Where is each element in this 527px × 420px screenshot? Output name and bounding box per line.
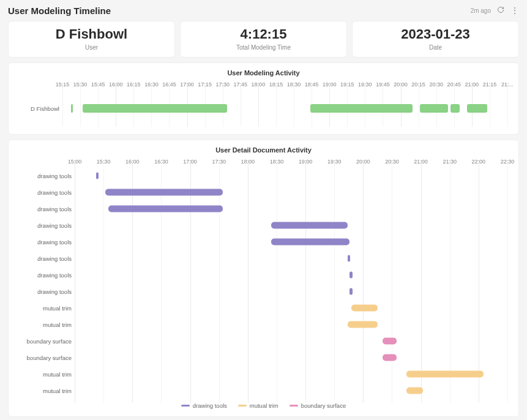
tick-label: 20:45 xyxy=(447,81,461,88)
card-time-value: 4:12:15 xyxy=(181,26,346,42)
detail-bar[interactable] xyxy=(271,222,348,228)
detail-bar[interactable] xyxy=(383,337,397,344)
detail-row-label: mutual trim xyxy=(20,370,72,377)
tick-label: 15:30 xyxy=(73,81,88,88)
detail-bar[interactable] xyxy=(348,255,350,261)
tick-label: 19:00 xyxy=(323,81,337,88)
detail-row-label: drawing tools xyxy=(20,222,72,228)
panel-detail: User Detail Document Activity 15:0015:30… xyxy=(8,140,519,417)
card-date-value: 2023-01-23 xyxy=(353,26,518,42)
tick-label: 18:30 xyxy=(287,81,301,88)
card-time-label: Total Modeling Time xyxy=(181,44,346,51)
activity-row: D Fishbowl xyxy=(62,90,507,127)
tick-label: 17:30 xyxy=(212,159,226,165)
detail-row: drawing tools xyxy=(75,167,507,184)
activity-bar[interactable] xyxy=(310,104,413,113)
tick-label: 22:00 xyxy=(472,159,486,165)
detail-row-label: boundary surface xyxy=(20,354,72,361)
tick-label: 21:30 xyxy=(443,159,457,165)
detail-row: drawing tools xyxy=(75,250,507,266)
detail-row: drawing tools xyxy=(75,184,507,200)
detail-row-label: drawing tools xyxy=(20,238,72,245)
tick-label: 18:00 xyxy=(241,159,255,165)
tick-label: 20:00 xyxy=(394,81,408,88)
tick-label: 16:00 xyxy=(125,159,140,165)
tick-label: 21:15 xyxy=(483,81,497,88)
detail-bar[interactable] xyxy=(348,321,378,328)
tick-label: 20:00 xyxy=(356,159,370,165)
activity-bar[interactable] xyxy=(83,104,228,113)
more-icon[interactable]: ⋮ xyxy=(510,6,519,15)
legend-item: drawing tools xyxy=(181,402,227,409)
activity-bar[interactable] xyxy=(420,104,449,113)
detail-bar[interactable] xyxy=(383,354,397,361)
activity-bar[interactable] xyxy=(71,104,73,113)
card-user: D Fishbowl User xyxy=(8,21,175,58)
legend-swatch xyxy=(181,405,190,407)
detail-bar[interactable] xyxy=(349,271,352,278)
detail-row-label: drawing tools xyxy=(20,255,72,261)
detail-row: boundary surface xyxy=(75,332,507,349)
legend-label: drawing tools xyxy=(193,402,227,409)
legend-item: mutual trim xyxy=(238,402,278,409)
tick-label: 20:30 xyxy=(429,81,443,88)
detail-bar[interactable] xyxy=(96,172,99,179)
detail-bar[interactable] xyxy=(351,304,377,311)
detail-row: mutual trim xyxy=(75,316,507,332)
tick-label: 18:00 xyxy=(252,81,266,88)
detail-lanes: drawing toolsdrawing toolsdrawing toolsd… xyxy=(75,167,507,399)
detail-bar[interactable] xyxy=(406,387,423,394)
detail-bar[interactable] xyxy=(271,238,350,245)
legend-label: boundary surface xyxy=(301,402,346,409)
tick-label: 21:00 xyxy=(465,81,479,88)
detail-row-label: mutual trim xyxy=(20,321,72,328)
detail-row: mutual trim xyxy=(75,299,507,316)
page-title: User Modeling Timeline xyxy=(8,6,111,16)
detail-row: drawing tools xyxy=(75,283,507,299)
detail-row-label: drawing tools xyxy=(20,172,72,179)
legend-item: boundary surface xyxy=(290,402,346,409)
summary-cards: D Fishbowl User 4:12:15 Total Modeling T… xyxy=(8,21,519,58)
panel-activity-title: User Modeling Activity xyxy=(20,69,507,77)
detail-bar[interactable] xyxy=(105,189,223,195)
activity-bar[interactable] xyxy=(467,104,487,113)
tick-label: 15:30 xyxy=(97,159,111,165)
tick-label: 19:00 xyxy=(299,159,313,165)
axis-detail: 15:0015:3016:0016:3017:0017:3018:0018:30… xyxy=(75,159,507,167)
tick-label: 19:15 xyxy=(340,81,354,88)
panel-activity: User Modeling Activity 15:1515:3015:4516… xyxy=(8,62,519,135)
legend-swatch xyxy=(238,405,247,407)
detail-row: drawing tools xyxy=(75,200,507,217)
tick-label: 17:15 xyxy=(198,81,212,88)
tick-label: 20:15 xyxy=(411,81,425,88)
detail-row: drawing tools xyxy=(75,266,507,283)
detail-row-label: mutual trim xyxy=(20,387,72,394)
detail-row-label: mutual trim xyxy=(20,304,72,311)
detail-bar[interactable] xyxy=(349,288,352,294)
legend: drawing toolsmutual trimboundary surface xyxy=(20,402,507,409)
tick-label: 22:30 xyxy=(501,159,515,165)
activity-bar[interactable] xyxy=(450,104,460,113)
detail-row: mutual trim xyxy=(75,366,507,382)
refresh-icon[interactable] xyxy=(497,5,504,16)
detail-row-label: drawing tools xyxy=(20,271,72,278)
tick-label: 15:45 xyxy=(91,81,105,88)
activity-row-label: D Fishbowl xyxy=(20,105,59,112)
card-date: 2023-01-23 Date xyxy=(352,21,519,58)
card-date-label: Date xyxy=(353,44,518,51)
tick-label: 16:00 xyxy=(109,81,123,88)
tick-label: 19:30 xyxy=(327,159,342,165)
tick-label: 21:00 xyxy=(414,159,428,165)
tick-label: 20:30 xyxy=(385,159,399,165)
tick-label: 18:45 xyxy=(305,81,319,88)
tick-label: 17:00 xyxy=(180,81,194,88)
tick-label: 17:45 xyxy=(234,81,248,88)
detail-row: boundary surface xyxy=(75,349,507,366)
card-user-value: D Fishbowl xyxy=(9,26,174,42)
detail-bar[interactable] xyxy=(406,370,484,377)
detail-bar[interactable] xyxy=(108,205,223,212)
tick-label: 15:15 xyxy=(56,81,70,88)
tick-label: 18:30 xyxy=(270,159,284,165)
activity-lanes: D Fishbowl xyxy=(62,90,507,127)
tick-label: 16:45 xyxy=(162,81,176,88)
